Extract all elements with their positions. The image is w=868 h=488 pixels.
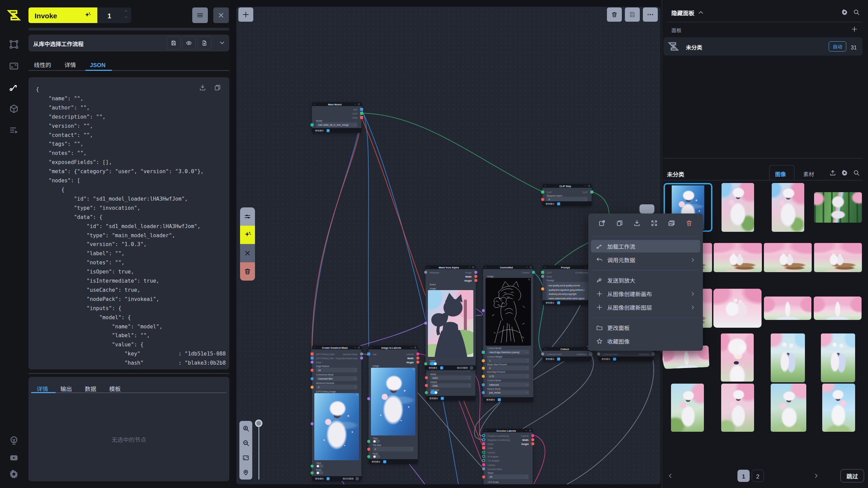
handle-bool[interactable]: [311, 471, 314, 474]
handle-int[interactable]: [311, 369, 314, 372]
zoom-in-button[interactable]: [239, 422, 252, 435]
handle-int[interactable]: [531, 438, 534, 441]
chevron-down-icon[interactable]: [219, 40, 225, 46]
tab-detail[interactable]: 详情: [37, 384, 48, 393]
collapse-panel-icon[interactable]: [698, 9, 704, 16]
reset-image-icon[interactable]: [412, 368, 415, 371]
rail-videos-button[interactable]: [8, 452, 19, 463]
handle-cond[interactable]: [482, 434, 485, 437]
handle-meta[interactable]: [424, 271, 427, 274]
select-input[interactable]: just_resize: [487, 390, 529, 395]
node-header[interactable]: Mask from Alpha: [426, 265, 476, 269]
handle-int[interactable]: [425, 384, 428, 387]
handle-unet[interactable]: [360, 116, 363, 119]
zoom-slider-track[interactable]: [258, 422, 259, 480]
delete-workflow-button[interactable]: [607, 7, 622, 22]
gallery-next-icon[interactable]: [813, 473, 819, 479]
collapse-icon[interactable]: [370, 346, 372, 349]
collapse-icon[interactable]: [544, 185, 546, 187]
number-input[interactable]: 1: [487, 358, 529, 363]
workflow-new-button[interactable]: [198, 36, 211, 50]
workflow-view-button[interactable]: [182, 36, 196, 50]
zoom-fit-button[interactable]: [239, 451, 252, 465]
handle-coll[interactable]: [541, 352, 544, 355]
rail-models-tab[interactable]: [8, 103, 19, 114]
queue-count-stepper[interactable]: 1: [97, 7, 131, 23]
hide-panel-label[interactable]: 隐藏面板: [671, 8, 694, 17]
handle-image[interactable]: [367, 397, 370, 400]
save-to-gallery-checkbox[interactable]: [356, 477, 359, 480]
gallery-prev-icon[interactable]: [667, 473, 673, 479]
handle-vae[interactable]: [311, 357, 314, 360]
handle-vae[interactable]: [360, 108, 363, 111]
node-prompt[interactable]: PromptCLIPConditioningMaskPromptlow qual…: [542, 265, 592, 305]
use-cache-checkbox[interactable]: [327, 129, 330, 132]
node-header[interactable]: Denoise Latents: [484, 429, 533, 432]
ctx-expand-icon[interactable]: [651, 220, 658, 227]
toggle-off[interactable]: [316, 464, 323, 468]
handle-int[interactable]: [474, 279, 477, 282]
gallery-image[interactable]: [764, 297, 811, 320]
toggle-on[interactable]: [430, 391, 438, 394]
handle-mask[interactable]: [541, 275, 544, 278]
gallery-image[interactable]: [814, 297, 862, 320]
prompt-textarea[interactable]: low quality,worst quality,normal quality…: [547, 282, 588, 300]
gallery-image[interactable]: [814, 192, 862, 223]
cancel-node-button[interactable]: [240, 244, 255, 262]
select-input[interactable]: Gaussian Blur: [316, 376, 357, 381]
ctx-item-star[interactable]: 收藏图像: [591, 335, 700, 347]
stepper-icons[interactable]: [585, 197, 587, 202]
stepper-icons[interactable]: [355, 385, 356, 389]
handle-bool[interactable]: [367, 455, 370, 458]
delete-node-button[interactable]: [240, 262, 255, 281]
rail-settings-button[interactable]: [8, 469, 19, 480]
reset-image-icon[interactable]: [528, 279, 530, 281]
invoke-node-button[interactable]: [240, 226, 255, 244]
workflow-save-button[interactable]: [167, 36, 180, 50]
number-input[interactable]: 0.75: [487, 374, 529, 379]
handle-bool[interactable]: [425, 391, 428, 394]
skip-button[interactable]: 跳过: [840, 469, 864, 483]
gallery-settings-icon[interactable]: [841, 169, 848, 176]
gallery-upload-icon[interactable]: [829, 169, 836, 176]
count-down-icon[interactable]: [124, 15, 128, 19]
ctx-item-undo[interactable]: 调用元数据: [591, 253, 700, 266]
gallery-image[interactable]: [822, 384, 855, 432]
stepper-icons[interactable]: [411, 447, 413, 451]
gallery-image[interactable]: [713, 289, 762, 328]
handle-int[interactable]: [416, 361, 419, 364]
number-input[interactable]: 1536: [430, 383, 471, 388]
handle-float[interactable]: [482, 367, 485, 370]
panel-resize-handle[interactable]: [28, 373, 229, 374]
gallery-page-2[interactable]: 2: [752, 470, 764, 482]
handle-vae[interactable]: [367, 352, 370, 355]
handle-string[interactable]: [541, 287, 544, 290]
toggle-off[interactable]: [373, 455, 380, 458]
gallery-page-1[interactable]: 1: [737, 470, 750, 482]
zoom-out-button[interactable]: [239, 436, 252, 450]
handle-latents[interactable]: [482, 463, 485, 466]
use-cache-checkbox[interactable]: [383, 460, 386, 463]
ctx-trash-icon[interactable]: [686, 220, 693, 227]
node-header[interactable]: Prompt: [542, 265, 592, 269]
tab-gallery-assets[interactable]: 素材: [803, 170, 814, 178]
add-board-icon[interactable]: [851, 26, 858, 33]
number-input[interactable]: 0: [547, 197, 588, 202]
ctx-item-share[interactable]: 发送到放大: [591, 274, 700, 286]
workflow-json-code[interactable]: { "name": "", "author": "", "description…: [36, 85, 226, 368]
handle-enum[interactable]: [482, 383, 485, 386]
stepper-icons[interactable]: [527, 366, 528, 370]
locate-button[interactable]: [239, 466, 252, 479]
node-image-to-latents[interactable]: Image to LatentsVaeLatentsWidthHeightIma…: [369, 346, 418, 464]
handle-latents[interactable]: [482, 442, 485, 445]
select-input[interactable]: nai1-artist_all_in_one_merge: [316, 122, 357, 127]
boards-search-icon[interactable]: [853, 9, 860, 16]
collapse-icon[interactable]: [313, 103, 316, 105]
handle-control[interactable]: [482, 455, 485, 458]
number-input[interactable]: 1024: [430, 375, 471, 380]
use-cache-checkbox[interactable]: [440, 366, 443, 369]
collapse-icon[interactable]: [485, 429, 487, 432]
handle-int[interactable]: [474, 275, 477, 278]
use-cache-checkbox[interactable]: [327, 477, 330, 480]
node-denoise-latents[interactable]: Denoise LatentsPositive ConditioningLate…: [484, 429, 533, 484]
